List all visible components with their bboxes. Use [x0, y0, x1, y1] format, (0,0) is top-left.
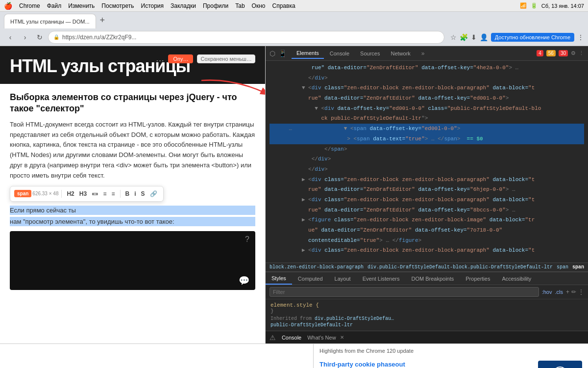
tab-more[interactable]: »: [416, 48, 430, 59]
extension-icon[interactable]: 🧩: [460, 33, 468, 41]
menu-history[interactable]: История: [141, 2, 164, 9]
menu-bookmarks[interactable]: Закладки: [171, 2, 196, 9]
styles-filter-input[interactable]: [270, 287, 539, 297]
question-icon[interactable]: ?: [245, 235, 249, 244]
h2-button[interactable]: H2: [65, 189, 76, 198]
guillemets-button[interactable]: «»: [90, 189, 100, 198]
bottom-panel: Highlights from the Chrome 120 update Th…: [0, 343, 588, 368]
strikethrough-button[interactable]: S: [139, 189, 147, 198]
devtools-device-icon[interactable]: 📱: [278, 50, 287, 57]
console-expand-icon[interactable]: ⚠: [270, 334, 276, 342]
update-banner[interactable]: Доступно обновление Chrome: [491, 33, 574, 42]
more-style-icon[interactable]: ⋮: [578, 289, 584, 295]
devtools-inspect-icon[interactable]: ⬡: [270, 50, 275, 57]
tab-active[interactable]: HTML узлы страницы — DOM...: [4, 14, 96, 28]
formatting-toolbar: span 626.33 × 48 H2 H3 «» ≡ ≡ B i S 🔗: [10, 186, 164, 202]
tree-line: rue" data-editor="ZenDraftEditor" data-o…: [270, 205, 584, 215]
breadcrumb-item-4[interactable]: span: [572, 264, 584, 270]
styles-tab-dom-breakpoints[interactable]: DOM Breakpoints: [405, 272, 460, 285]
styles-tab-layout[interactable]: Layout: [329, 272, 357, 285]
devtools-panel: ⬡ 📱 Elements Console Sources Network » 4…: [266, 46, 588, 343]
toolbar-separator: [61, 190, 62, 198]
add-style-icon[interactable]: +: [566, 289, 569, 295]
battery-icon: 🔋: [531, 2, 538, 9]
profile-icon[interactable]: 👤: [480, 33, 488, 41]
menubar: 🍎 Chrome Файл Изменить Посмотреть Истори…: [0, 0, 588, 12]
filter-cls-button[interactable]: .cls: [555, 289, 563, 295]
menu-help[interactable]: Справка: [272, 2, 295, 9]
span-size: 626.33 × 48: [32, 191, 58, 196]
menu-window[interactable]: Окно: [252, 2, 266, 9]
styles-tab-event-listeners[interactable]: Event Listeners: [357, 272, 406, 285]
inherited-from-label: Inherited from div.public-DraftStyleDefa…: [270, 316, 583, 321]
toolbar-right: ☆ 🧩 ⬇ 👤 Доступно обновление Chrome ⋮: [450, 33, 584, 42]
breadcrumb-item-2[interactable]: div.public-DraftStyleDefault-block.publi…: [368, 264, 553, 270]
menu-view[interactable]: Посмотреть: [101, 2, 134, 9]
apple-menu[interactable]: 🍎: [4, 2, 12, 10]
tree-line: ▶ <div class="zen-editor-block zen-edito…: [270, 245, 584, 256]
new-tab-button[interactable]: +: [97, 13, 108, 27]
menu-profiles[interactable]: Профили: [203, 2, 228, 9]
news-title[interactable]: Third-party cookie phaseout: [319, 361, 529, 368]
tab-elements[interactable]: Elements: [292, 48, 324, 59]
address-text: https://dzen.ru/a/ZZkr2qF9...: [62, 34, 136, 41]
bookmark-icon[interactable]: ☆: [450, 33, 457, 41]
tree-line: ▶ <figure class="zen-editor-block zen-ed…: [270, 215, 584, 225]
tab-sources[interactable]: Sources: [355, 49, 385, 58]
inherited-class-name: public-DraftStyleDefault-ltr: [270, 322, 583, 328]
edit-style-icon[interactable]: ✏: [571, 289, 576, 295]
styles-tab-styles[interactable]: Styles: [266, 272, 292, 285]
bold-button[interactable]: B: [123, 189, 132, 198]
download-icon[interactable]: ⬇: [471, 33, 477, 41]
menu-file[interactable]: Файл: [47, 2, 62, 9]
breadcrumb-item-1[interactable]: block.zen-editor-block-paragraph: [270, 264, 364, 270]
styles-panel: Styles Computed Layout Event Listeners D…: [266, 272, 588, 331]
link-button[interactable]: 🔗: [148, 189, 159, 198]
span-badge: span: [14, 190, 31, 197]
list2-button[interactable]: ≡: [110, 189, 117, 198]
menu-icon[interactable]: ⋮: [577, 33, 584, 41]
menu-chrome[interactable]: Chrome: [19, 2, 40, 9]
inherited-link[interactable]: div.public-DraftStyleDefau…: [315, 316, 394, 321]
styles-tab-computed[interactable]: Computed: [292, 272, 329, 285]
menu-edit[interactable]: Изменить: [68, 2, 95, 9]
settings-gear-icon[interactable]: ⚙: [571, 50, 576, 56]
reload-button[interactable]: ↻: [33, 31, 46, 44]
warning-badge: 56: [546, 50, 556, 56]
publish-button[interactable]: Опу…: [168, 54, 193, 63]
red-arrow-indicator: [196, 76, 266, 105]
devtools-dots-icon[interactable]: ⋮: [579, 50, 584, 56]
tree-line-selected[interactable]: … ▼ <span data-offset-key="ed00l-0-0">: [270, 124, 584, 134]
element-style-close: }: [270, 308, 583, 314]
back-button[interactable]: ‹: [4, 31, 17, 44]
whatsnew-close-button[interactable]: ✕: [340, 335, 344, 340]
error-badge: 4: [537, 50, 543, 56]
youtube-icon: ▶: [553, 367, 567, 368]
forward-button[interactable]: ›: [19, 31, 31, 44]
address-bar[interactable]: 🔒 https://dzen.ru/a/ZZkr2qF9...: [48, 31, 444, 44]
devtools-tab-bar: ⬡ 📱 Elements Console Sources Network » 4…: [266, 46, 588, 61]
tab-network[interactable]: Network: [386, 49, 415, 58]
menu-tab[interactable]: Tab: [235, 2, 245, 9]
article-body: Твой HTML-документ всегда состоит из HTM…: [10, 120, 255, 181]
italic-button[interactable]: i: [132, 189, 138, 198]
whatsnew-tab[interactable]: What's New ✕: [307, 335, 343, 341]
dots-menu-button[interactable]: …: [155, 53, 164, 64]
h3-button[interactable]: H3: [77, 189, 89, 198]
chat-icon[interactable]: 💬: [239, 275, 249, 286]
console-tab[interactable]: Console: [282, 335, 301, 341]
main-area: HTML узлы страницы … Опу… Сохранено мень…: [0, 46, 588, 343]
breadcrumb-item-3[interactable]: span: [557, 264, 568, 270]
element-style-rule: element.style {: [270, 302, 583, 308]
styles-filter-bar: :hov .cls + ✏ ⋮: [266, 285, 588, 299]
styles-tab-properties[interactable]: Properties: [460, 272, 496, 285]
filter-hov-button[interactable]: :hov: [542, 289, 552, 295]
tab-console[interactable]: Console: [325, 49, 354, 58]
list1-button[interactable]: ≡: [101, 189, 109, 198]
tree-line-active[interactable]: > <span data-text="true"> … </span> == $…: [270, 134, 584, 144]
styles-tab-accessibility[interactable]: Accessibility: [496, 272, 537, 285]
issues-badge: 30: [559, 50, 568, 56]
tree-line: </div>: [270, 73, 584, 83]
html-tree[interactable]: rue" data-editor="ZenDraftEditor" data-o…: [266, 61, 588, 263]
tree-line: ▶ <div class="zen-editor-block zen-edito…: [270, 175, 584, 185]
